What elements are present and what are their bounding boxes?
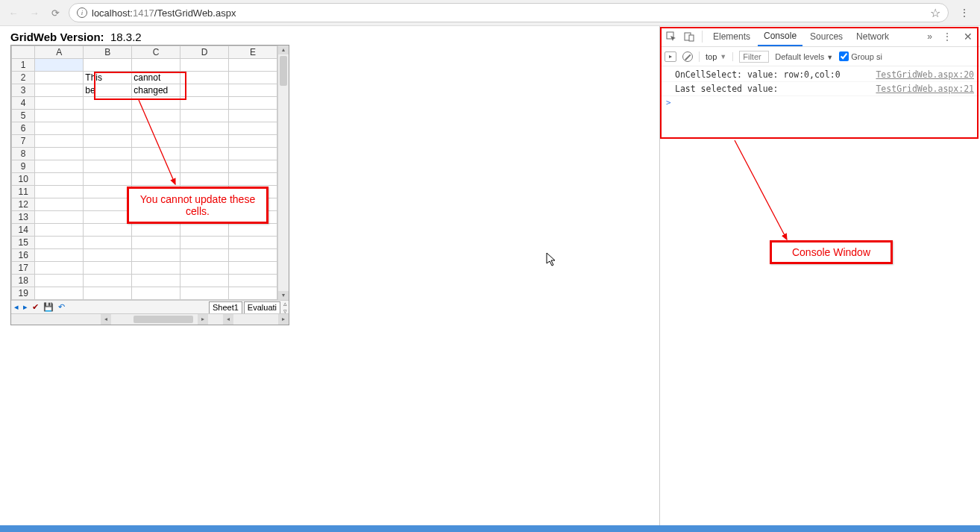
grid-cell[interactable] (229, 249, 277, 262)
col-header-E[interactable]: E (229, 46, 277, 59)
grid-cell[interactable] (180, 122, 229, 135)
grid-cell[interactable] (229, 173, 277, 186)
row-header[interactable]: 16 (12, 249, 35, 262)
grid-cell[interactable] (35, 72, 84, 84)
col-header-B[interactable]: B (84, 46, 132, 59)
grid-cell[interactable] (84, 173, 132, 186)
grid-cell[interactable] (132, 249, 180, 262)
grid-cell[interactable] (180, 97, 229, 110)
grid-cell[interactable] (229, 59, 277, 72)
grid-cell[interactable] (132, 275, 180, 287)
corner-cell[interactable] (12, 46, 35, 59)
grid-cell[interactable] (84, 237, 132, 249)
grid-cell[interactable] (180, 59, 229, 72)
grid-cell[interactable] (84, 135, 132, 148)
grid-cell[interactable] (35, 122, 84, 135)
grid-cell[interactable] (180, 262, 229, 275)
grid-cell[interactable] (35, 224, 84, 237)
grid-cell[interactable] (35, 84, 84, 97)
grid-cell[interactable] (180, 173, 229, 186)
vertical-scrollbar[interactable] (277, 46, 289, 300)
grid-cell[interactable] (35, 198, 84, 211)
grid-cell[interactable] (180, 160, 229, 173)
row-header[interactable]: 9 (12, 160, 35, 173)
accept-icon[interactable]: ✔ (32, 302, 39, 312)
grid-cell[interactable] (84, 249, 132, 262)
row-header[interactable]: 12 (12, 198, 35, 211)
grid-cell[interactable] (84, 198, 132, 211)
grid-cell[interactable] (132, 224, 180, 237)
grid-cell[interactable] (229, 287, 277, 300)
grid-cell[interactable] (35, 148, 84, 160)
undo-icon[interactable]: ↶ (58, 302, 65, 312)
grid-cell[interactable] (35, 97, 84, 110)
grid-cell[interactable] (35, 59, 84, 72)
grid-cell[interactable] (132, 122, 180, 135)
grid-cell[interactable] (180, 224, 229, 237)
forward-button[interactable]: → (27, 5, 42, 20)
grid-cell[interactable] (180, 72, 229, 84)
site-info-icon[interactable]: i (77, 7, 87, 18)
grid-cell[interactable] (35, 160, 84, 173)
nav-prev-icon[interactable]: ◂ (14, 302, 19, 312)
row-header[interactable]: 19 (12, 287, 35, 300)
grid-cell[interactable] (180, 110, 229, 122)
row-header[interactable]: 18 (12, 275, 35, 287)
grid-cell[interactable] (229, 224, 277, 237)
grid-cell[interactable] (35, 275, 84, 287)
horizontal-scrollbar[interactable]: ◂ ▸ ◂ ▸ (11, 313, 289, 325)
hscroll-thumb[interactable] (134, 316, 193, 323)
grid-cell[interactable] (84, 186, 132, 198)
row-header[interactable]: 1 (12, 59, 35, 72)
grid-cell[interactable] (229, 148, 277, 160)
grid-cell[interactable] (132, 59, 180, 72)
row-header[interactable]: 8 (12, 148, 35, 160)
row-header[interactable]: 3 (12, 84, 35, 97)
row-header[interactable]: 6 (12, 122, 35, 135)
row-header[interactable]: 4 (12, 97, 35, 110)
hscroll-right2-icon[interactable]: ▸ (278, 314, 289, 325)
grid-cell[interactable] (132, 148, 180, 160)
grid-cell[interactable] (84, 160, 132, 173)
grid-cell[interactable] (84, 275, 132, 287)
col-header-D[interactable]: D (180, 46, 229, 59)
col-header-A[interactable]: A (35, 46, 84, 59)
row-header[interactable]: 10 (12, 173, 35, 186)
row-header[interactable]: 7 (12, 135, 35, 148)
grid-cell[interactable] (132, 237, 180, 249)
grid-cell[interactable] (35, 186, 84, 198)
grid-cell[interactable] (229, 135, 277, 148)
grid-cell[interactable] (35, 262, 84, 275)
grid-cell[interactable] (229, 262, 277, 275)
grid-cell[interactable] (229, 160, 277, 173)
bookmark-star-icon[interactable]: ☆ (930, 6, 940, 20)
hscroll-right-icon[interactable]: ▸ (198, 314, 208, 325)
reload-button[interactable]: ⟳ (48, 5, 63, 20)
grid-cell[interactable] (180, 237, 229, 249)
grid-cell[interactable] (229, 72, 277, 84)
grid-cell[interactable] (180, 135, 229, 148)
grid-cell[interactable] (84, 224, 132, 237)
row-header[interactable]: 17 (12, 262, 35, 275)
col-header-C[interactable]: C (132, 46, 180, 59)
grid-cell[interactable] (132, 110, 180, 122)
grid-cell[interactable] (84, 122, 132, 135)
grid-cell[interactable] (35, 249, 84, 262)
grid-cell[interactable] (132, 262, 180, 275)
grid-cell[interactable] (132, 173, 180, 186)
row-header[interactable]: 14 (12, 224, 35, 237)
nav-next-icon[interactable]: ▸ (23, 302, 28, 312)
address-bar[interactable]: i localhost:1417/TestGridWeb.aspx ☆ (69, 3, 949, 22)
grid-cell[interactable] (84, 148, 132, 160)
row-header[interactable]: 11 (12, 186, 35, 198)
grid-cell[interactable] (84, 59, 132, 72)
grid-cell[interactable] (229, 275, 277, 287)
grid-cell[interactable] (132, 135, 180, 148)
hscroll-left2-icon[interactable]: ◂ (223, 314, 233, 325)
grid-cell[interactable] (229, 84, 277, 97)
grid-cell[interactable] (35, 110, 84, 122)
grid-cell[interactable] (132, 287, 180, 300)
grid-cell[interactable] (84, 262, 132, 275)
grid-cell[interactable] (35, 237, 84, 249)
browser-menu-icon[interactable]: ⋮ (955, 7, 974, 19)
